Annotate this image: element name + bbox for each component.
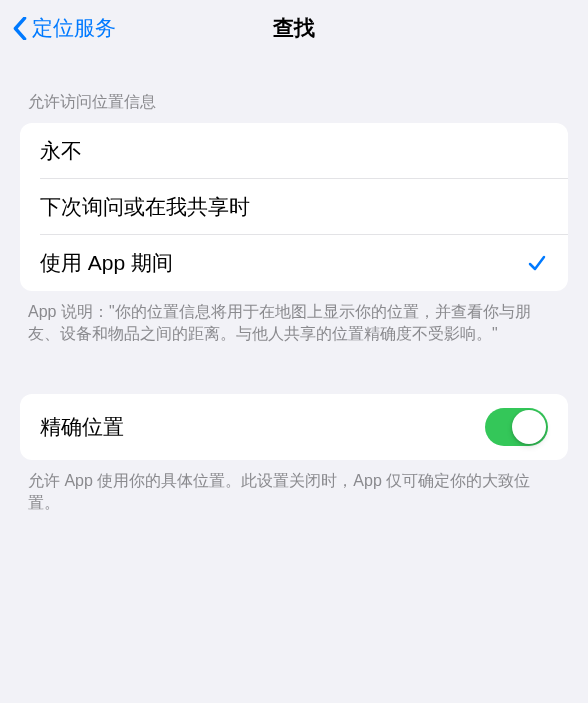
- option-label: 使用 App 期间: [40, 249, 173, 277]
- back-label: 定位服务: [32, 14, 116, 42]
- precise-label: 精确位置: [40, 413, 124, 441]
- precise-group: 精确位置: [20, 394, 568, 460]
- option-label: 下次询问或在我共享时: [40, 193, 250, 221]
- precise-location-row: 精确位置: [20, 394, 568, 460]
- option-never[interactable]: 永不: [20, 123, 568, 179]
- precise-footer: 允许 App 使用你的具体位置。此设置关闭时，App 仅可确定你的大致位置。: [0, 460, 588, 515]
- nav-bar: 定位服务 查找: [0, 0, 588, 56]
- checkmark-icon: [526, 252, 548, 274]
- location-access-header: 允许访问位置信息: [0, 92, 588, 123]
- page-title: 查找: [273, 14, 315, 42]
- location-access-footer: App 说明："你的位置信息将用于在地图上显示你的位置，并查看你与朋友、设备和物…: [0, 291, 588, 346]
- location-access-group: 永不 下次询问或在我共享时 使用 App 期间: [20, 123, 568, 291]
- option-while-using[interactable]: 使用 App 期间: [20, 235, 568, 291]
- spacer: [0, 346, 588, 394]
- option-label: 永不: [40, 137, 82, 165]
- content: 允许访问位置信息 永不 下次询问或在我共享时 使用 App 期间 App 说明：…: [0, 56, 588, 515]
- switch-knob: [512, 410, 546, 444]
- chevron-left-icon: [10, 14, 30, 42]
- back-button[interactable]: 定位服务: [8, 10, 118, 46]
- option-ask-next-time[interactable]: 下次询问或在我共享时: [20, 179, 568, 235]
- precise-toggle[interactable]: [485, 408, 548, 446]
